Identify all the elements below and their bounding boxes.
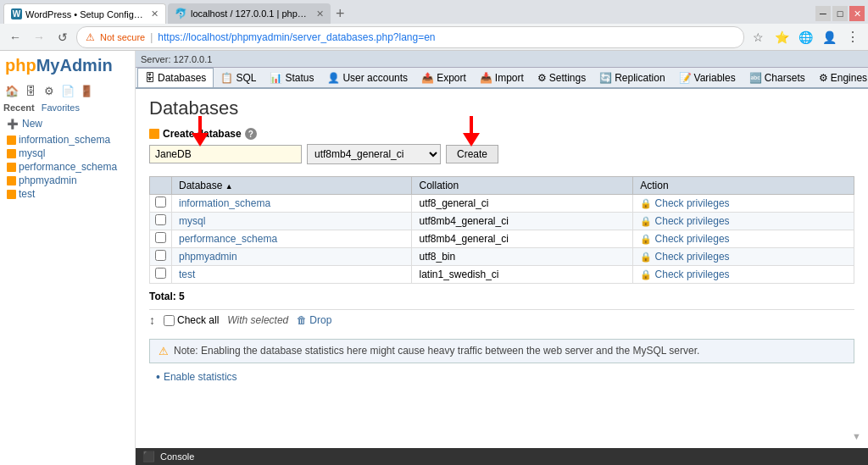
db-link-1[interactable]: mysql <box>179 215 205 227</box>
tab-pma[interactable]: 🐬 localhost / 127.0.0.1 | phpMyAd... ✕ <box>168 3 331 24</box>
sidebar-db-button[interactable]: 🗄 <box>22 82 39 99</box>
row-checkbox-3[interactable] <box>155 250 166 261</box>
row-action-4: 🔒 Check privileges <box>633 266 854 284</box>
with-selected-label: With selected <box>227 314 288 326</box>
tab-replication[interactable]: 🔄 Replication <box>593 69 671 87</box>
tab-engines[interactable]: ⚙ Engines <box>812 69 868 87</box>
close-button[interactable]: ✕ <box>849 6 865 21</box>
reload-button[interactable]: ↺ <box>53 27 73 47</box>
sql-label: SQL <box>236 72 256 84</box>
url-text[interactable]: https://localhost/phpmyadmin/server_data… <box>158 31 435 43</box>
check-privs-link-2[interactable]: Check privileges <box>655 233 730 245</box>
import-icon: 📥 <box>480 72 492 84</box>
sidebar-home-button[interactable]: 🏠 <box>3 82 20 99</box>
db-icon-mysql <box>7 149 16 158</box>
top-bar: Server: 127.0.0.1 <box>136 51 868 68</box>
settings-icon: ⚙ <box>537 72 547 84</box>
sidebar-doc-button[interactable]: 📄 <box>59 82 76 99</box>
db-link-2[interactable]: performance_schema <box>179 233 277 245</box>
sidebar-recent-fav: Recent Favorites <box>3 102 131 113</box>
browser-action-2[interactable]: 🌐 <box>795 27 815 47</box>
row-checkbox-1[interactable] <box>155 214 166 225</box>
settings-label: Settings <box>549 72 586 84</box>
sidebar-item-performance-schema[interactable]: performance_schema <box>3 160 131 174</box>
check-all-label: Check all <box>177 314 219 326</box>
browser-action-1[interactable]: ⭐ <box>771 27 792 47</box>
tab-import[interactable]: 📥 Import <box>473 69 531 87</box>
row-collation-1: utf8mb4_general_ci <box>412 213 633 230</box>
tab-charsets[interactable]: 🔤 Charsets <box>743 69 812 87</box>
maximize-button[interactable]: □ <box>832 6 848 21</box>
tab-export[interactable]: 📤 Export <box>415 69 473 87</box>
drop-button[interactable]: 🗑 Drop <box>297 314 331 326</box>
row-db-2: performance_schema <box>172 230 412 248</box>
bullet-icon: • <box>156 370 160 384</box>
sidebar-toolbar: 🏠 🗄 ⚙ 📄 🚪 <box>3 80 131 101</box>
tab-status[interactable]: 📊 Status <box>263 69 320 87</box>
table-row: mysql utf8mb4_general_ci 🔒 Check privile… <box>150 213 854 230</box>
row-checkbox-4[interactable] <box>155 268 166 279</box>
check-privs-link-1[interactable]: Check privileges <box>655 215 730 227</box>
db-link-0[interactable]: information_schema <box>179 197 270 209</box>
sidebar-config-button[interactable]: ⚙ <box>41 82 58 99</box>
db-link-3[interactable]: phpmyadmin <box>179 251 237 263</box>
sidebar-item-label: phpmyadmin <box>19 174 77 186</box>
new-tab-button[interactable]: + <box>332 6 348 21</box>
row-check-1 <box>150 213 172 230</box>
browser-action-3[interactable]: 👤 <box>819 27 839 47</box>
row-collation-4: latin1_swedish_ci <box>412 266 633 284</box>
check-privs-icon-4: 🔒 <box>640 269 652 280</box>
row-checkbox-2[interactable] <box>155 232 166 243</box>
row-checkbox-0[interactable] <box>155 197 166 208</box>
tab-wp[interactable]: W WordPress • Setup Configuratio... ✕ <box>3 3 166 24</box>
export-label: Export <box>437 72 466 84</box>
drop-label: Drop <box>309 314 331 326</box>
row-collation-0: utf8_general_ci <box>412 195 633 213</box>
tab-variables[interactable]: 📝 Variables <box>672 69 743 87</box>
recent-tab[interactable]: Recent <box>3 102 35 113</box>
minimize-button[interactable]: ─ <box>815 6 831 21</box>
table-collation-header: Collation <box>412 177 633 195</box>
sidebar-new[interactable]: ➕ New <box>3 116 131 131</box>
back-button[interactable]: ← <box>5 27 25 47</box>
main-content: Server: 127.0.0.1 🗄 Databases 📋 SQL 📊 St… <box>136 51 868 465</box>
check-all-checkbox[interactable] <box>164 315 175 326</box>
sidebar-item-phpmyadmin[interactable]: phpmyadmin <box>3 174 131 187</box>
tab-wp-close[interactable]: ✕ <box>151 8 159 19</box>
console-bar[interactable]: ⬛ Console <box>136 448 868 465</box>
forward-button[interactable]: → <box>29 27 49 47</box>
row-collation-3: utf8_bin <box>412 248 633 266</box>
sidebar-item-test[interactable]: test <box>3 187 131 201</box>
tab-databases[interactable]: 🗄 Databases <box>137 68 214 89</box>
check-privs-icon-1: 🔒 <box>640 216 652 226</box>
collation-select[interactable]: utf8mb4_general_ci utf8_general_ci latin… <box>307 144 441 164</box>
browser-menu-button[interactable]: ⋮ <box>843 27 863 47</box>
address-bar[interactable]: ⚠ Not secure | https://localhost/phpmyad… <box>76 26 744 48</box>
sidebar-item-information-schema[interactable]: information_schema <box>3 133 131 147</box>
create-db-input[interactable] <box>149 145 302 163</box>
row-action-2: 🔒 Check privileges <box>633 230 854 248</box>
db-link-4[interactable]: test <box>179 268 195 280</box>
table-row: information_schema utf8_general_ci 🔒 Che… <box>150 195 854 213</box>
check-privs-link-3[interactable]: Check privileges <box>655 251 730 263</box>
table-database-header[interactable]: Database ▲ <box>172 177 412 195</box>
row-db-4: test <box>172 266 412 284</box>
sidebar-exit-button[interactable]: 🚪 <box>78 82 95 99</box>
sidebar-item-mysql[interactable]: mysql <box>3 147 131 160</box>
bookmark-button[interactable]: ☆ <box>748 27 768 47</box>
help-icon[interactable]: ? <box>245 128 257 140</box>
favorites-tab[interactable]: Favorites <box>42 102 80 113</box>
console-icon: ⬛ <box>142 451 155 462</box>
enable-stats-link[interactable]: Enable statistics <box>164 371 237 383</box>
replication-label: Replication <box>615 72 665 84</box>
tab-pma-close[interactable]: ✕ <box>316 8 324 19</box>
check-privs-link-0[interactable]: Check privileges <box>655 197 730 209</box>
check-all-container[interactable]: Check all <box>164 314 219 326</box>
database-table: Database ▲ Collation Action information_… <box>149 176 854 284</box>
tab-user-accounts[interactable]: 👤 User accounts <box>320 69 415 87</box>
server-label: Server: 127.0.0.1 <box>141 54 212 64</box>
tab-settings[interactable]: ⚙ Settings <box>531 69 593 87</box>
tab-sql[interactable]: 📋 SQL <box>214 69 263 87</box>
check-privs-link-4[interactable]: Check privileges <box>655 268 730 280</box>
create-button[interactable]: Create <box>446 145 498 163</box>
